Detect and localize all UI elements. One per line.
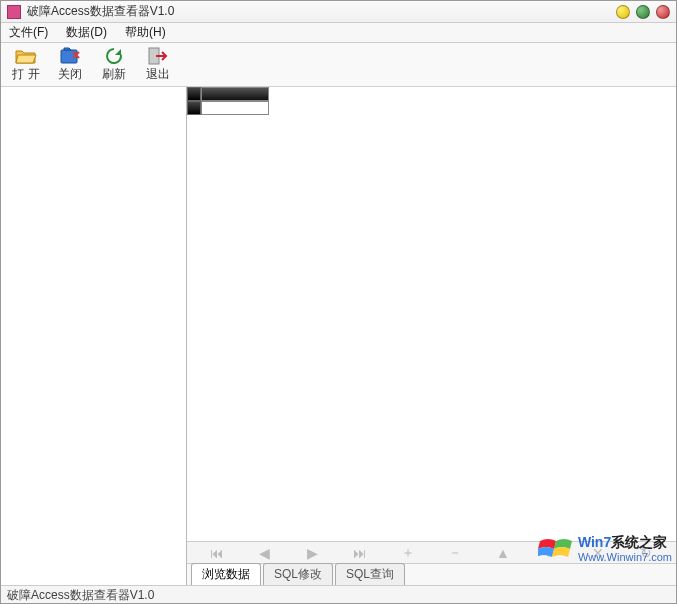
close-label: 关闭 xyxy=(58,66,82,83)
tab-browse[interactable]: 浏览数据 xyxy=(191,563,261,585)
status-text: 破障Access数据查看器V1.0 xyxy=(7,587,154,604)
window-title: 破障Access数据查看器V1.0 xyxy=(27,3,616,20)
data-grid[interactable] xyxy=(187,87,676,541)
grid-corner xyxy=(187,87,201,101)
nav-prev-icon[interactable]: ◀ xyxy=(250,545,280,561)
minimize-button[interactable] xyxy=(616,5,630,19)
record-navigator: ⏮ ◀ ▶ ⏭ ＋ － ▲ ✓ ✕ ↻ xyxy=(187,541,676,563)
bottom-tabs: 浏览数据 SQL修改 SQL查询 xyxy=(187,563,676,585)
toolbar: 打 开 关闭 刷新 退出 xyxy=(1,43,676,87)
menu-bar: 文件(F) 数据(D) 帮助(H) xyxy=(1,23,676,43)
exit-label: 退出 xyxy=(146,66,170,83)
nav-cancel-icon[interactable]: ✕ xyxy=(583,545,613,561)
close-file-button[interactable]: 关闭 xyxy=(53,47,87,83)
tab-sql-modify[interactable]: SQL修改 xyxy=(263,563,333,585)
status-bar: 破障Access数据查看器V1.0 xyxy=(1,585,676,604)
app-icon xyxy=(7,5,21,19)
open-label: 打 开 xyxy=(12,66,39,83)
nav-delete-icon[interactable]: － xyxy=(440,544,470,562)
grid-data-row[interactable] xyxy=(187,101,676,115)
open-button[interactable]: 打 开 xyxy=(9,47,43,83)
nav-add-icon[interactable]: ＋ xyxy=(393,544,423,562)
nav-last-icon[interactable]: ⏭ xyxy=(345,545,375,561)
sidebar-tree[interactable] xyxy=(1,87,187,585)
nav-first-icon[interactable]: ⏮ xyxy=(202,545,232,561)
close-button[interactable] xyxy=(656,5,670,19)
grid-row-header xyxy=(187,101,201,115)
exit-button[interactable]: 退出 xyxy=(141,47,175,83)
folder-close-icon xyxy=(59,47,81,65)
window-controls xyxy=(616,5,670,19)
nav-edit-icon[interactable]: ▲ xyxy=(488,545,518,561)
grid-cell[interactable] xyxy=(201,101,269,115)
nav-next-icon[interactable]: ▶ xyxy=(297,545,327,561)
menu-help[interactable]: 帮助(H) xyxy=(125,24,166,41)
maximize-button[interactable] xyxy=(636,5,650,19)
menu-file[interactable]: 文件(F) xyxy=(9,24,48,41)
title-bar: 破障Access数据查看器V1.0 xyxy=(1,1,676,23)
refresh-icon xyxy=(103,47,125,65)
folder-open-icon xyxy=(15,47,37,65)
refresh-button[interactable]: 刷新 xyxy=(97,47,131,83)
grid-column-header[interactable] xyxy=(201,87,269,101)
grid-header-row xyxy=(187,87,676,101)
body: ⏮ ◀ ▶ ⏭ ＋ － ▲ ✓ ✕ ↻ 浏览数据 SQL修改 SQL查询 xyxy=(1,87,676,585)
refresh-label: 刷新 xyxy=(102,66,126,83)
nav-refresh-icon[interactable]: ↻ xyxy=(631,545,661,561)
exit-icon xyxy=(147,47,169,65)
main-panel: ⏮ ◀ ▶ ⏭ ＋ － ▲ ✓ ✕ ↻ 浏览数据 SQL修改 SQL查询 xyxy=(187,87,676,585)
menu-data[interactable]: 数据(D) xyxy=(66,24,107,41)
tab-sql-query[interactable]: SQL查询 xyxy=(335,563,405,585)
nav-post-icon[interactable]: ✓ xyxy=(536,545,566,561)
